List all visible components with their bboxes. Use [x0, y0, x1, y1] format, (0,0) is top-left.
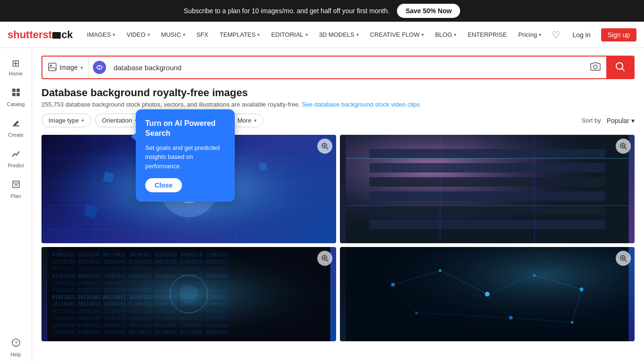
search-submit-button[interactable] [606, 57, 634, 78]
sort-select[interactable]: Popular ▾ [607, 117, 635, 124]
svg-text:01101010 10010110 11001011 010: 01101010 10010110 11001011 01001011 1011… [52, 316, 228, 321]
image-card-2[interactable] [340, 135, 635, 243]
search-type-image-icon [48, 63, 57, 73]
svg-text:00110011 10100101 01101010 100: 00110011 10100101 01101010 10010110 1100… [52, 309, 228, 314]
svg-text:?: ? [14, 340, 17, 346]
nav-templates-arrow: ▾ [257, 32, 260, 37]
sidebar-item-predict[interactable]: Predict [0, 143, 32, 174]
filter-image-type-arrow: ▾ [82, 118, 84, 123]
zoom-button-2[interactable] [616, 139, 631, 154]
search-bar: Image ▾ [41, 56, 635, 79]
nav-pricing-arrow: ▾ [539, 32, 541, 37]
image-card-4[interactable] [340, 247, 635, 341]
zoom-button-3[interactable] [317, 251, 332, 266]
svg-rect-3 [17, 93, 20, 96]
help-icon: ? [11, 338, 21, 350]
nav-video[interactable]: VIDEO ▾ [122, 22, 154, 48]
sort-value: Popular [607, 117, 629, 124]
svg-text:00110011 10100101 01101010 100: 00110011 10100101 01101010 10010110 1100… [52, 266, 228, 272]
logo-camera-icon [52, 32, 61, 39]
search-camera-button[interactable] [585, 62, 606, 74]
nav-3d-models-arrow: ▾ [356, 32, 359, 37]
sidebar-item-plan[interactable]: Plan [0, 174, 32, 205]
signup-button[interactable]: Sign up [601, 28, 636, 41]
top-banner: Subscribe to a plan for 10 images/mo. an… [0, 0, 644, 22]
nav-templates[interactable]: TEMPLATES ▾ [215, 22, 264, 48]
sidebar-item-help[interactable]: ? Help [0, 332, 32, 362]
sidebar-label-home: Home [9, 71, 23, 76]
image-placeholder-4 [340, 247, 635, 341]
video-clips-link[interactable]: See database background stock video clip… [302, 101, 420, 108]
nav-enterprise[interactable]: ENTERPRISE [463, 22, 512, 48]
search-input[interactable] [110, 64, 585, 72]
sidebar-item-catalog[interactable]: Catalog [0, 82, 32, 113]
sidebar-label-help: Help [10, 352, 21, 357]
svg-text:01001011 10110101 00110011 101: 01001011 10110101 00110011 10100101 0110… [52, 295, 228, 300]
results-count: 255,753 [41, 101, 64, 108]
svg-text:10010110 11001011 01001011 101: 10010110 11001011 01001011 10110101 0011… [52, 323, 228, 328]
sidebar-item-create[interactable]: Create [0, 113, 32, 143]
svg-point-67 [180, 285, 198, 304]
plan-icon [11, 180, 21, 191]
main-content: Image ▾ [32, 48, 644, 362]
favorites-heart-icon[interactable]: ♡ [550, 27, 562, 42]
logo-red: shutterst [8, 29, 52, 41]
zoom-button-4[interactable] [616, 251, 631, 266]
svg-rect-1 [17, 89, 20, 92]
results-title: Database background royalty-free images [41, 87, 635, 99]
nav-creative-flow[interactable]: CREATIVE FLOW ▾ [365, 22, 429, 48]
svg-rect-42 [370, 206, 605, 215]
svg-text:11001011 01001011 10110101 001: 11001011 01001011 10110101 00110011 1010… [52, 288, 228, 293]
svg-text:10110101 00110011 10100101 011: 10110101 00110011 10100101 01101010 1001… [52, 259, 228, 264]
image-placeholder-2 [340, 135, 635, 243]
svg-rect-0 [12, 89, 16, 92]
nav-images[interactable]: IMAGES ▾ [83, 22, 120, 48]
nav-sfx[interactable]: SFX [192, 22, 213, 48]
svg-text:10110101 00110011 10100101 011: 10110101 00110011 10100101 01101010 1001… [52, 302, 228, 307]
zoom-button-1[interactable] [317, 139, 332, 154]
nav-pricing[interactable]: Pricing ▾ [513, 22, 546, 48]
nav-editorial[interactable]: EDITORIAL ▾ [266, 22, 312, 48]
svg-line-92 [625, 260, 627, 262]
filter-orientation-label: Orientation [102, 117, 132, 124]
filter-more-arrow: ▾ [254, 118, 256, 123]
search-type-selector[interactable]: Image ▾ [42, 57, 89, 78]
image-grid: 01001011 10110101 00110011 10100101 0110… [41, 135, 635, 341]
results-subtitle-text: database background stock photos, vector… [66, 101, 302, 108]
svg-text:01101010 10010110 11001011 010: 01101010 10010110 11001011 01001011 1011… [52, 273, 228, 279]
filter-image-type[interactable]: Image type ▾ [41, 114, 91, 127]
nav-video-arrow: ▾ [148, 32, 150, 37]
tooltip-close-button[interactable]: Close [145, 178, 182, 192]
banner-cta-button[interactable]: Save 50% Now [397, 4, 460, 18]
svg-rect-38 [370, 149, 605, 158]
logo[interactable]: shutterstck [8, 29, 73, 41]
sort-by-label: Sort by [582, 117, 601, 124]
filter-more[interactable]: More ▾ [231, 114, 264, 127]
image-card-3[interactable]: 01001011 10110101 00110011 10100101 0110… [41, 247, 336, 341]
svg-rect-2 [12, 93, 16, 96]
nav-blog[interactable]: BLOG ▾ [430, 22, 461, 48]
filter-more-label: More [238, 117, 252, 124]
tooltip-title: Turn on AI Powered Search [145, 119, 225, 139]
sidebar-label-plan: Plan [10, 193, 21, 199]
svg-line-69 [326, 260, 328, 262]
sort-arrow: ▾ [631, 117, 635, 124]
sidebar-item-home[interactable]: ⊞ Home [0, 52, 32, 82]
results-subtitle: 255,753 database background stock photos… [41, 101, 635, 108]
svg-rect-40 [370, 177, 605, 187]
ai-search-icon[interactable] [93, 61, 106, 74]
svg-point-12 [50, 65, 52, 66]
login-button[interactable]: Log in [566, 28, 597, 41]
page-layout: ⊞ Home Catalog Create [0, 48, 644, 362]
nav-3d-models[interactable]: 3D MODELS ▾ [314, 22, 363, 48]
image-placeholder-3: 01001011 10110101 00110011 10100101 0110… [41, 247, 336, 341]
sidebar-label-predict: Predict [8, 163, 24, 168]
create-icon [11, 118, 21, 130]
svg-point-14 [594, 65, 597, 69]
logo-text: shutterstck [8, 29, 73, 41]
nav-music[interactable]: MUSIC ▾ [157, 22, 190, 48]
nav-creative-flow-arrow: ▾ [421, 32, 424, 37]
sidebar: ⊞ Home Catalog Create [0, 48, 32, 362]
nav-music-arrow: ▾ [183, 32, 185, 37]
filter-image-type-label: Image type [49, 117, 79, 124]
